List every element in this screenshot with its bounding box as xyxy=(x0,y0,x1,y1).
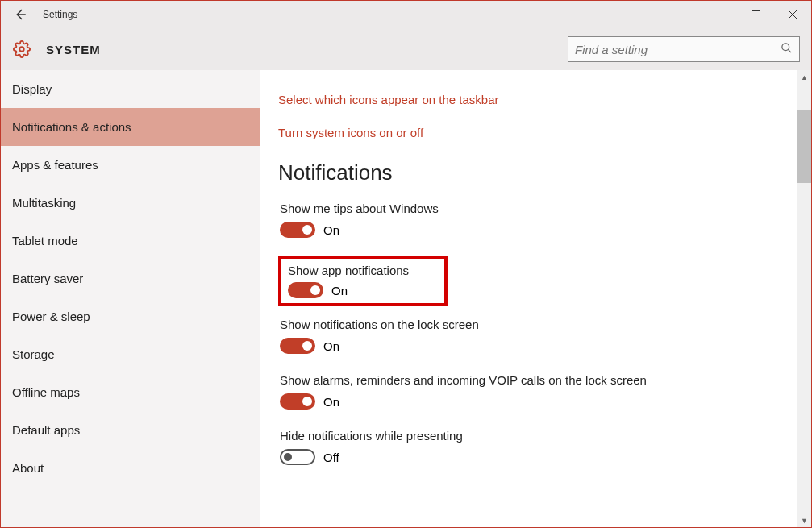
toggle-knob xyxy=(302,397,312,406)
sidebar-item-display[interactable]: Display xyxy=(1,70,260,108)
main-panel: Select which icons appear on the taskbar… xyxy=(260,70,811,527)
sidebar-item-notifications-actions[interactable]: Notifications & actions xyxy=(1,108,260,146)
sidebar-item-default-apps[interactable]: Default apps xyxy=(1,411,260,449)
back-button[interactable] xyxy=(1,1,40,28)
scroll-up-button[interactable]: ▲ xyxy=(797,70,811,84)
close-button[interactable] xyxy=(774,1,811,28)
window-controls xyxy=(700,1,811,28)
toggle-switch[interactable] xyxy=(288,282,323,298)
toggle-state-label: On xyxy=(323,395,339,409)
sidebar-item-storage[interactable]: Storage xyxy=(1,335,260,373)
svg-line-7 xyxy=(788,49,791,52)
toggle-switch[interactable] xyxy=(280,393,315,410)
toggle-state-label: Off xyxy=(323,451,339,464)
scroll-down-button[interactable]: ▼ xyxy=(797,513,811,527)
sidebar-item-apps-features[interactable]: Apps & features xyxy=(1,146,260,184)
gear-icon xyxy=(12,39,31,59)
titlebar: Settings xyxy=(1,1,811,28)
sidebar-item-battery-saver[interactable]: Battery saver xyxy=(1,260,260,297)
close-icon xyxy=(788,10,797,19)
setting-label: Show notifications on the lock screen xyxy=(280,318,667,331)
sidebar-item-multitasking[interactable]: Multitasking xyxy=(1,184,260,222)
search-box[interactable] xyxy=(568,36,800,62)
content-area: DisplayNotifications & actionsApps & fea… xyxy=(1,70,811,527)
sidebar-item-tablet-mode[interactable]: Tablet mode xyxy=(1,222,260,260)
scrollbar-vertical[interactable]: ▲ ▼ xyxy=(797,70,811,527)
sidebar-item-about[interactable]: About xyxy=(1,449,260,487)
toggle-knob xyxy=(310,285,320,295)
maximize-icon xyxy=(752,10,760,19)
search-input[interactable] xyxy=(575,43,781,56)
toggle-state-label: On xyxy=(331,284,348,297)
link-system-icons[interactable]: Turn system icons on or off xyxy=(278,126,793,139)
toggle-state-label: On xyxy=(323,223,339,237)
arrow-left-icon xyxy=(13,7,27,22)
page-title: SYSTEM xyxy=(46,43,101,56)
toggle-state-label: On xyxy=(323,339,339,353)
sidebar-item-offline-maps[interactable]: Offline maps xyxy=(1,373,260,411)
toggle-knob xyxy=(302,341,312,351)
scroll-thumb[interactable] xyxy=(797,110,811,183)
window-title: Settings xyxy=(40,9,77,20)
section-header-notifications: Notifications xyxy=(278,160,793,185)
sidebar-item-power-sleep[interactable]: Power & sleep xyxy=(1,297,260,335)
minimize-icon xyxy=(714,10,723,19)
setting-label: Show alarms, reminders and incoming VOIP… xyxy=(280,373,667,387)
toggle-knob xyxy=(284,453,292,461)
sidebar: DisplayNotifications & actionsApps & fea… xyxy=(1,70,260,527)
svg-point-6 xyxy=(782,44,789,51)
toggle-switch[interactable] xyxy=(280,449,315,465)
search-icon xyxy=(781,42,793,56)
toggle-switch[interactable] xyxy=(280,222,315,238)
highlight-annotation: Show app notificationsOn xyxy=(278,256,448,306)
svg-point-5 xyxy=(19,47,24,52)
toggle-switch[interactable] xyxy=(280,338,315,354)
sub-header: SYSTEM xyxy=(1,28,811,70)
toggle-knob xyxy=(302,225,312,235)
setting-label: Hide notifications while presenting xyxy=(280,429,667,443)
setting-label: Show app notifications xyxy=(288,264,438,277)
minimize-button[interactable] xyxy=(700,1,737,28)
maximize-button[interactable] xyxy=(737,1,774,28)
svg-rect-2 xyxy=(752,10,760,19)
setting-label: Show me tips about Windows xyxy=(280,202,667,215)
link-taskbar-icons[interactable]: Select which icons appear on the taskbar xyxy=(278,93,793,106)
